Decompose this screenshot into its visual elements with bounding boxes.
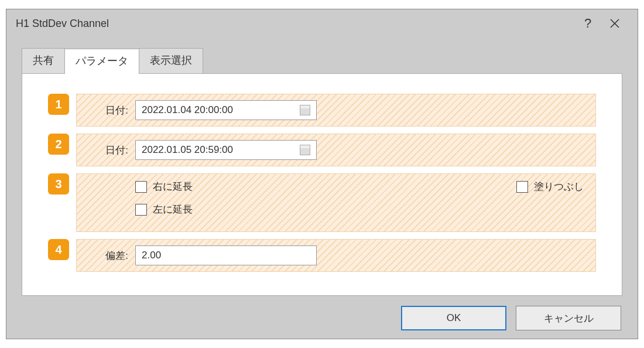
badge-3: 3 (48, 173, 69, 195)
close-button[interactable] (601, 10, 628, 37)
date1-value: 2022.01.04 20:00:00 (142, 104, 300, 116)
deviation-value: 2.00 (142, 250, 161, 261)
extend-right-label: 右に延長 (153, 180, 193, 193)
tab-shared[interactable]: 共有 (22, 48, 65, 73)
param-row-4: 4 偏差: 2.00 (48, 239, 596, 272)
date1-label: 日付: (88, 104, 135, 117)
checkbox-icon (516, 181, 528, 193)
param-row-2: 2 日付: 2022.01.05 20:59:00 (48, 134, 596, 166)
date2-input[interactable]: 2022.01.05 20:59:00 (135, 140, 317, 160)
badge-1: 1 (48, 94, 69, 115)
calendar-icon[interactable] (300, 105, 310, 115)
calendar-icon[interactable] (300, 145, 310, 155)
checkbox-icon (135, 181, 147, 193)
extend-right-checkbox[interactable]: 右に延長 (135, 180, 193, 193)
badge-2: 2 (48, 134, 69, 155)
param-row-3: 3 右に延長 塗りつぶし (48, 173, 596, 232)
fill-checkbox[interactable]: 塗りつぶし (516, 180, 584, 193)
deviation-input[interactable]: 2.00 (135, 245, 317, 265)
extend-left-checkbox[interactable]: 左に延長 (135, 203, 193, 216)
deviation-label: 偏差: (88, 249, 135, 262)
date1-input[interactable]: 2022.01.04 20:00:00 (135, 100, 317, 120)
date2-value: 2022.01.05 20:59:00 (142, 144, 300, 156)
close-icon (609, 18, 620, 29)
tab-parameters[interactable]: パラメータ (64, 49, 139, 74)
checkbox-icon (135, 204, 147, 216)
window-title: H1 StdDev Channel (16, 18, 574, 30)
cancel-button[interactable]: キャンセル (516, 306, 621, 330)
titlebar: H1 StdDev Channel ? (6, 9, 638, 37)
badge-4: 4 (48, 239, 69, 260)
extend-left-label: 左に延長 (153, 203, 193, 216)
ok-button[interactable]: OK (401, 306, 506, 330)
fill-label: 塗りつぶし (534, 180, 584, 193)
tab-row: 共有 パラメータ 表示選択 (6, 48, 638, 73)
tab-display[interactable]: 表示選択 (139, 48, 203, 73)
tab-content: 1 日付: 2022.01.04 20:00:00 2 日付: 2022.01.… (22, 73, 622, 296)
help-button[interactable]: ? (574, 10, 601, 37)
button-row: OK キャンセル (401, 306, 621, 330)
param-row-1: 1 日付: 2022.01.04 20:00:00 (48, 94, 596, 127)
dialog-window: H1 StdDev Channel ? 共有 パラメータ 表示選択 1 日付: (6, 9, 638, 339)
date2-label: 日付: (88, 144, 135, 157)
